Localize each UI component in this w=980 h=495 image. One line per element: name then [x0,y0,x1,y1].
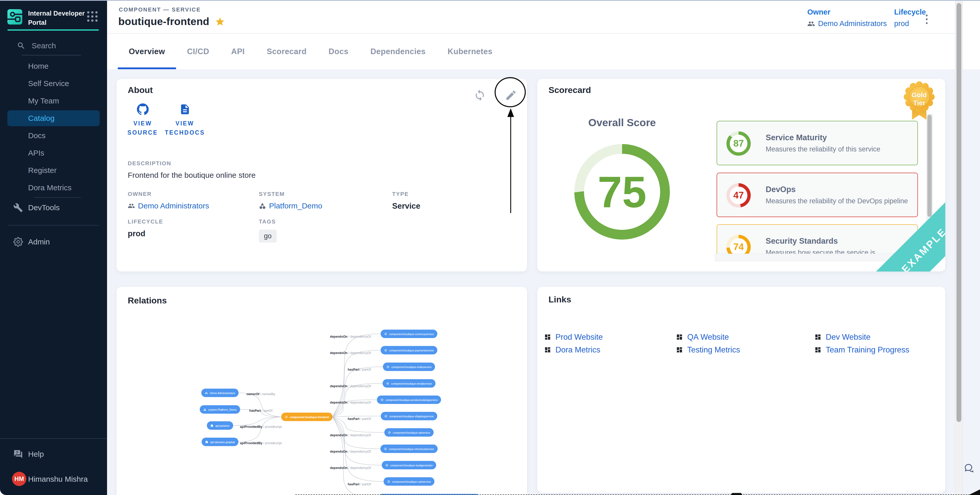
metric-ring: 47 [726,183,751,208]
sidebar-item-active[interactable]: Catalog [7,110,100,126]
sidebar-item-home[interactable]: Home [0,57,107,75]
annotation-circle [495,77,526,107]
more-options-kebab-icon[interactable] [923,12,931,27]
metrics-scrollbar-thumb[interactable] [928,115,932,217]
relation-node-component-boutique-emailservice[interactable]: component:boutique-emailservice [383,379,436,388]
relation-node-system-platform-demo[interactable]: system:Platform_Demo [200,405,240,414]
relation-node-component-boutique-loadgenerator[interactable]: component:boutique-loadgenerator [382,461,436,470]
owner-field-value[interactable]: Demo Administrators [128,202,209,210]
component-node-icon [386,382,389,385]
relation-node-component-boutique-paymentservice[interactable]: component:boutique-paymentservice [381,346,438,355]
metric-ring: 87 [726,131,751,156]
lifecycle-label[interactable]: Lifecycle [894,8,926,16]
tab-kubernetes[interactable]: Kubernetes [437,34,504,69]
refresh-button[interactable] [474,89,486,102]
dashboard-icon [815,334,821,341]
entity-header: COMPONENT — SERVICE boutique-frontend Ow… [107,1,980,34]
owner-link: Demo Administrators [818,19,887,28]
sidebar-item-admin[interactable]: Admin [0,233,107,251]
metric-card-service-maturity[interactable]: 87Service MaturityMeasures the reliabili… [717,121,918,165]
metric-description: Measures the reliability of the DevOps p… [766,197,908,205]
type-field-label: TYPE [392,191,420,197]
api-node-icon [210,424,213,427]
user-avatar[interactable]: HM [12,472,26,486]
owner-label[interactable]: Owner [807,8,887,16]
link-label: Testing Metrics [687,345,740,355]
tags-field-label: TAGS [259,218,277,225]
sidebar-item-my-team[interactable]: My Team [0,92,107,110]
component-node-icon [384,332,387,335]
tab-ci-cd[interactable]: CI/CD [176,34,220,69]
sidebar-item-docs[interactable]: Docs [0,127,107,144]
relation-node-component-boutique-frontend[interactable]: component:boutique-frontend [281,413,332,421]
metric-card-devops[interactable]: 47DevOpsMeasures the reliability of the … [717,173,918,217]
page-scrollbar-thumb[interactable] [956,3,961,422]
sidebar-item-label: DevTools [0,203,59,212]
tags-value: go [259,230,277,243]
relation-node-component-boutique-currencyservice[interactable]: component:boutique-currencyservice [381,330,438,338]
relation-node-demo-administrators[interactable]: Demo Administrators [201,389,239,397]
favorite-star-icon[interactable] [215,17,225,27]
link-item-prod-website[interactable]: Prod Website [544,333,676,341]
owner-value[interactable]: Demo Administrators [807,19,887,28]
tab-api[interactable]: API [220,34,256,69]
relation-node-component-boutique-adservice[interactable]: component:boutique-adservice [384,428,434,437]
relation-node-api-starwars-graphql[interactable]: api:starwars-graphql [202,438,239,446]
relation-node-api-petstore[interactable]: api:petstore [207,422,233,430]
tab-dependencies[interactable]: Dependencies [360,34,437,69]
relation-node-label: api:petstore [215,424,230,427]
metric-name: Service Maturity [766,133,880,142]
sidebar-search[interactable]: Search [17,41,94,51]
edge-label: dependsOn / dependencyOf [330,401,371,404]
relation-node-component-boutique-redisservice[interactable]: component:boutique-redisservice [383,363,435,371]
tab-overview[interactable]: Overview [118,34,176,69]
sidebar-item-register[interactable]: Register [0,162,107,179]
link-item-dev-website[interactable]: Dev Website [815,333,938,341]
overall-score-donut: 75 [570,139,675,244]
metric-card-security-standards[interactable]: 74Security StandardsMeasures how secure … [717,224,918,254]
view-techdocs-link[interactable]: VIEW TECHDOCS [164,103,206,137]
gold-tier-label: Gold Tier [910,91,928,107]
view-source-link[interactable]: VIEW SOURCE [122,103,164,137]
metric-text: Security StandardsMeasures how secure th… [766,237,875,254]
tab-label: Scorecard [267,47,307,56]
group-node-icon [205,391,208,395]
annotation-arrow [500,108,522,213]
chat-bubble-icon[interactable] [963,462,974,473]
metric-name: DevOps [766,185,908,194]
relation-node-component-boutique-productcatalogservice[interactable]: component:boutique-productcatalogservice [377,396,441,404]
tab-label: Kubernetes [448,47,493,56]
tab-label: Dependencies [371,47,426,56]
tag-chip[interactable]: go [259,230,277,243]
link-item-testing-metrics[interactable]: Testing Metrics [676,345,815,354]
edge-label: hasPart / partOf [348,417,371,421]
sidebar-item-apis[interactable]: APIs [0,144,107,162]
relation-node-label: component:boutique-paymentservice [389,349,434,352]
tab-bar: OverviewCI/CDAPIScorecardDocsDependencie… [107,34,980,69]
relation-node-component-boutique-shippingservice[interactable]: component:boutique-shippingservice [381,412,437,420]
description-label: DESCRIPTION [128,160,256,167]
dashboard-icon [676,346,683,353]
component-node-icon [388,431,391,434]
sidebar-item-self-service[interactable]: Self Service [0,75,107,92]
edge-label: hasPart / partOf [249,409,272,412]
sidebar-item-dora-metrics[interactable]: Dora Metrics [0,179,107,196]
link-item-team-training-progress[interactable]: Team Training Progress [815,345,938,354]
svg-text:?: ? [16,450,18,455]
relation-node-component-boutique-cartservice[interactable]: component:boutique-cartservice [383,477,434,486]
type-field: TYPE Service [392,191,420,211]
link-item-qa-website[interactable]: QA Website [676,333,815,341]
main-area: COMPONENT — SERVICE boutique-frontend Ow… [107,1,980,495]
description-value: Frontend for the boutique online store [128,171,256,180]
metric-text: Service MaturityMeasures the reliability… [766,133,880,153]
sidebar-item-help[interactable]: ? Help [0,446,107,463]
tab-scorecard[interactable]: Scorecard [256,34,318,69]
system-field-value[interactable]: Platform_Demo [259,202,322,210]
sidebar-item-devtools[interactable]: DevTools [0,199,107,216]
relation-node-component-boutique-checkoutservice[interactable]: component:boutique-checkoutservice [380,445,438,453]
tab-docs[interactable]: Docs [318,34,360,69]
apps-grid-icon[interactable] [87,11,99,24]
user-name[interactable]: Himanshu Mishra [28,475,88,484]
link-item-dora-metrics[interactable]: Dora Metrics [544,345,676,354]
lifecycle-meta: Lifecycle prod [894,8,926,28]
